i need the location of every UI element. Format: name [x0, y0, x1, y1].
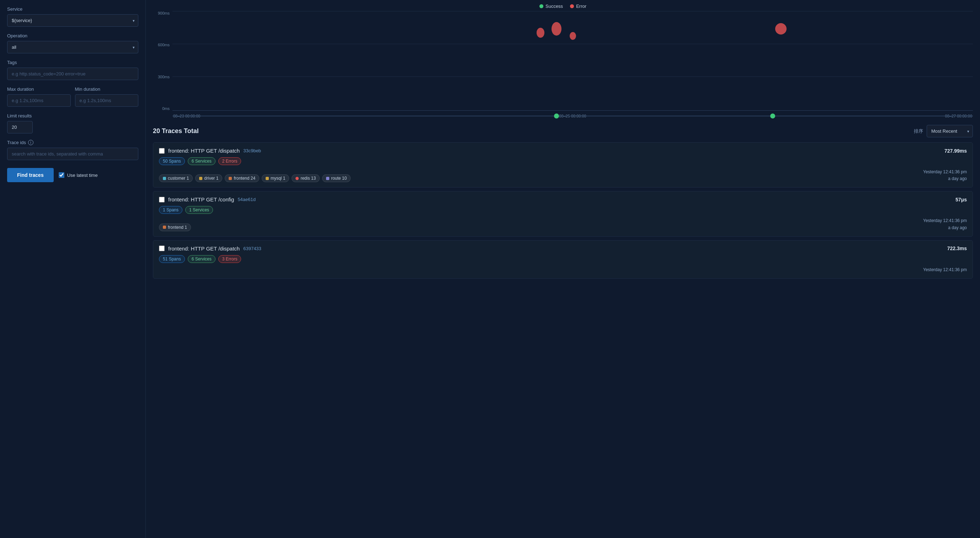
use-latest-label: Use latest time — [67, 172, 98, 178]
error-pill-dot — [296, 177, 299, 180]
service-color-dot — [163, 225, 166, 229]
trace-time-line2: a day ago — [923, 225, 967, 231]
min-duration-label: Min duration — [75, 86, 139, 92]
legend-error: Error — [570, 3, 586, 9]
spans-badge: 51 Spans — [159, 255, 185, 263]
service-pills: frontend 1 — [159, 224, 191, 231]
trace-name: frontend: HTTP GET /dispatch — [168, 246, 240, 252]
trace-list: frontend: HTTP GET /dispatch 33c9beb 727… — [153, 142, 973, 282]
services-badge: 6 Services — [188, 255, 215, 263]
service-pill: driver 1 — [195, 174, 222, 182]
slider-thumb-left[interactable] — [554, 113, 559, 118]
trace-checkbox[interactable] — [159, 246, 165, 251]
sort-select-wrapper: Most Recent Longest First Shortest First… — [927, 125, 973, 137]
trace-id: 6397433 — [243, 246, 261, 251]
sort-row: 排序 Most Recent Longest First Shortest Fi… — [914, 125, 973, 137]
service-pill-name: driver 1 — [204, 176, 218, 181]
trace-title-row: frontend: HTTP GET /dispatch 6397433 — [159, 246, 261, 252]
grid-line-mid1 — [172, 44, 973, 44]
max-duration-input[interactable] — [7, 94, 71, 107]
service-label: Service — [7, 6, 138, 12]
operation-select[interactable]: all — [7, 41, 138, 53]
success-dot — [539, 4, 543, 8]
y-label-600: 600ms — [158, 43, 170, 47]
tags-input[interactable] — [7, 68, 138, 80]
trace-tags-row: 1 Spans 1 Services — [159, 206, 967, 214]
results-total: 20 Traces Total — [153, 128, 199, 135]
trace-time-line1: Yesterday 12:41:36 pm — [923, 169, 967, 176]
trace-time-line1: Yesterday 12:41:36 pm — [923, 217, 967, 224]
slider-thumb-right[interactable] — [770, 113, 775, 118]
sort-select[interactable]: Most Recent Longest First Shortest First — [927, 125, 973, 137]
service-pills-container: customer 1 driver 1 frontend 24 mysql 1 … — [159, 174, 351, 182]
sort-label: 排序 — [914, 128, 923, 134]
limit-input[interactable] — [7, 121, 33, 133]
scatter-error-2 — [536, 28, 544, 38]
spans-badge: 50 Spans — [159, 157, 185, 165]
trace-ids-input[interactable] — [7, 148, 138, 160]
trace-card-header: frontend: HTTP GET /dispatch 6397433 722… — [159, 246, 967, 252]
service-pill-name: route 10 — [331, 176, 347, 181]
duration-row: Max duration Min duration — [7, 86, 138, 107]
right-panel: Success Error 900ms 600ms 300ms 0ms — [146, 0, 980, 538]
trace-time: Yesterday 12:41:36 pm a day ago — [923, 217, 967, 231]
trace-card-header: frontend: HTTP GET /dispatch 33c9beb 727… — [159, 148, 967, 154]
trace-card[interactable]: frontend: HTTP GET /dispatch 33c9beb 727… — [153, 142, 973, 187]
trace-bottom-row: customer 1 driver 1 frontend 24 mysql 1 … — [159, 169, 967, 182]
trace-duration: 727.99ms — [945, 148, 967, 154]
service-field: Service ${service} ▾ — [7, 6, 138, 27]
chart-inner — [172, 11, 973, 111]
operation-field: Operation all ▾ — [7, 33, 138, 53]
use-latest-checkbox[interactable] — [59, 172, 64, 178]
trace-duration: 57μs — [956, 197, 967, 203]
operation-select-wrapper: all ▾ — [7, 41, 138, 53]
trace-tags-row: 50 Spans 6 Services 2 Errors — [159, 157, 967, 165]
service-pills-container: frontend 1 — [159, 224, 191, 231]
limit-field: Limit results — [7, 113, 138, 133]
scatter-error-4 — [775, 23, 787, 35]
left-panel: Service ${service} ▾ Operation all ▾ Tag… — [0, 0, 146, 538]
service-pills: customer 1 driver 1 frontend 24 mysql 1 … — [159, 174, 351, 182]
service-pill-name: frontend 1 — [168, 225, 187, 230]
trace-checkbox[interactable] — [159, 148, 165, 154]
trace-bottom-row: Yesterday 12:41:36 pm — [159, 267, 967, 273]
limit-label: Limit results — [7, 113, 138, 118]
min-duration-field: Min duration — [75, 86, 139, 107]
trace-card-header: frontend: HTTP GET /config 54ae61d 57μs — [159, 196, 967, 203]
info-icon[interactable]: i — [28, 140, 33, 145]
find-traces-button[interactable]: Find traces — [7, 168, 54, 182]
service-select[interactable]: ${service} — [7, 14, 138, 27]
trace-tags-row: 51 Spans 6 Services 3 Errors — [159, 255, 967, 263]
min-duration-input[interactable] — [75, 94, 139, 107]
trace-ids-label-row: Trace ids i — [7, 140, 138, 145]
results-header: 20 Traces Total 排序 Most Recent Longest F… — [153, 125, 973, 137]
trace-title-row: frontend: HTTP GET /dispatch 33c9beb — [159, 148, 261, 154]
y-label-300: 300ms — [158, 75, 170, 79]
trace-card[interactable]: frontend: HTTP GET /dispatch 6397433 722… — [153, 240, 973, 279]
trace-time-line2: a day ago — [923, 176, 967, 182]
trace-name: frontend: HTTP GET /dispatch — [168, 148, 240, 154]
trace-time: Yesterday 12:41:36 pm — [923, 267, 967, 273]
trace-time: Yesterday 12:41:36 pm a day ago — [923, 169, 967, 182]
trace-title-row: frontend: HTTP GET /config 54ae61d — [159, 196, 256, 203]
errors-badge: 2 Errors — [218, 157, 242, 165]
service-pill-name: redis 13 — [301, 176, 316, 181]
tags-label: Tags — [7, 60, 138, 65]
scatter-error-1 — [552, 22, 562, 35]
use-latest-row: Use latest time — [59, 172, 98, 178]
grid-line-top — [172, 11, 973, 11]
services-badge: 1 Services — [185, 206, 213, 214]
trace-ids-field: Trace ids i — [7, 140, 138, 160]
trace-time-line1: Yesterday 12:41:36 pm — [923, 267, 967, 273]
service-color-dot — [229, 177, 232, 180]
legend-success: Success — [539, 3, 563, 9]
trace-checkbox[interactable] — [159, 197, 165, 203]
service-color-dot — [199, 177, 202, 180]
service-pill: frontend 1 — [159, 224, 191, 231]
scatter-error-3 — [570, 32, 576, 40]
chart-legend: Success Error — [153, 3, 973, 9]
find-traces-row: Find traces Use latest time — [7, 168, 138, 182]
service-pill: customer 1 — [159, 174, 193, 182]
trace-card[interactable]: frontend: HTTP GET /config 54ae61d 57μs … — [153, 191, 973, 236]
service-pill-name: customer 1 — [168, 176, 189, 181]
